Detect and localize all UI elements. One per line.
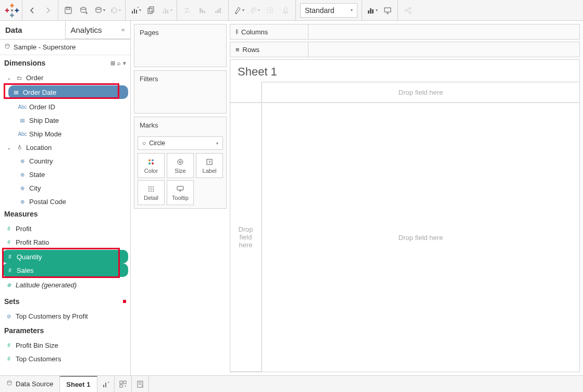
svg-rect-27 [202,9,203,13]
fit-select-label: Standard [305,6,334,15]
folder-order[interactable]: ⌄ 🗀 Order [0,71,130,84]
duplicate-sheet-button[interactable] [143,3,159,18]
rows-icon: ≡ [235,46,240,54]
field-label: Sales [17,267,34,274]
mark-tooltip-label: Tooltip [172,195,189,201]
svg-rect-66 [103,385,104,387]
svg-text:+: + [137,6,139,9]
svg-point-58 [148,188,150,189]
field-profit-bin-param[interactable]: # Profit Bin Size [0,338,130,352]
drop-rows-zone[interactable]: Drop field here [230,103,262,372]
field-ship-date[interactable]: 📅︎ Ship Date [0,113,130,127]
analytics-tab-label: Analytics [71,26,102,34]
field-sales[interactable]: # Sales [2,263,128,277]
number-icon: # [5,356,13,362]
labels-button[interactable]: T [262,3,278,18]
sheet1-tab-label: Sheet 1 [66,381,90,388]
filters-shelf[interactable]: Filters [134,70,227,113]
mark-label[interactable]: T Label [196,153,223,178]
sheet-title[interactable]: Sheet 1 [230,60,579,82]
mark-color[interactable]: Color [138,153,165,178]
mark-color-label: Color [144,168,158,174]
back-button[interactable] [24,3,40,18]
datasource-tab[interactable]: Data Source [0,376,60,392]
drop-columns-zone[interactable]: Drop field here [262,82,579,103]
folder-location[interactable]: ⌄ ♁ Location [0,141,130,154]
mark-detail[interactable]: Detail [138,180,165,205]
new-dashboard-tab[interactable]: + [115,376,132,392]
share-button[interactable] [400,3,416,18]
expand-icon: ⌄ [5,145,13,150]
shelf-cards: Pages Filters Marks ○ Circle ▾ [131,21,230,375]
columns-shelf[interactable]: ⦀ Columns [230,24,580,40]
swap-button[interactable] [179,3,195,18]
number-icon: # [5,226,13,232]
globe-icon: ⊕ [19,199,26,205]
forward-button[interactable] [40,3,56,18]
search-icon[interactable]: ⌕ [117,60,121,67]
show-me-button[interactable]: ▾ [364,3,380,18]
analytics-tab[interactable]: Analytics ≑ [65,21,131,39]
field-city[interactable]: ⊕ City [0,181,130,195]
view-toggle-icon[interactable]: ⊞ [110,60,115,67]
svg-line-45 [407,11,409,12]
mark-size[interactable]: Size [167,153,194,178]
field-state[interactable]: ⊕ State [0,168,130,181]
menu-icon[interactable]: ▾ [123,60,126,67]
svg-point-57 [153,186,154,187]
rows-shelf[interactable]: ≡ Rows [230,42,580,57]
field-label: Order ID [29,103,55,111]
field-profit[interactable]: # Profit [0,222,130,235]
save-button[interactable] [60,3,76,18]
database-icon [4,43,10,51]
datasource-item[interactable]: Sample - Superstore [0,40,130,55]
calendar-icon: 📅︎ [19,118,26,123]
sheet1-tab[interactable]: Sheet 1 [60,376,97,392]
svg-point-51 [178,159,183,165]
tableau-logo-icon[interactable] [4,3,20,18]
field-order-id[interactable]: Abc Order ID [0,100,130,113]
new-worksheet-button[interactable]: +▾ [128,3,143,18]
field-postal-code[interactable]: ⊕ Postal Code [0,195,130,206]
pages-shelf[interactable]: Pages [134,24,227,67]
field-ship-mode[interactable]: Abc Ship Mode [0,127,130,141]
svg-rect-71 [120,385,122,387]
new-story-tab[interactable]: + [132,376,149,392]
sort-desc-button[interactable] [210,3,226,18]
fit-select[interactable]: Standard ▾ [300,3,357,18]
new-worksheet-tab[interactable]: + [97,376,115,392]
highlight-button[interactable]: ▾ [231,3,246,18]
pages-label: Pages [134,24,226,41]
svg-rect-29 [215,11,217,13]
pin-button[interactable] [278,3,293,18]
datasource-label: Sample - Superstore [14,43,76,51]
drop-body-zone[interactable]: Drop field here [262,103,579,372]
refresh-button[interactable]: ▾ [107,3,123,18]
data-tab[interactable]: Data [0,21,65,39]
main-area: Data Analytics ≑ Sample - Superstore Dim… [0,21,583,375]
field-latitude[interactable]: ⊕ Latitude (generated) [0,278,130,292]
svg-point-42 [409,7,411,9]
svg-point-55 [148,186,150,187]
svg-rect-22 [163,11,164,14]
new-datasource-button[interactable] [76,3,92,18]
presentation-button[interactable] [380,3,395,18]
field-profit-ratio[interactable]: # Profit Ratio [0,235,130,249]
field-top-customers-param[interactable]: # Top Customers [0,352,130,365]
sort-asc-button[interactable] [195,3,210,18]
field-label: Location [26,144,52,151]
field-label: Profit Ratio [16,238,49,246]
clear-sheet-button[interactable]: ▾ [159,3,175,18]
field-top-customers-set[interactable]: ⊘ Top Customers by Profit [0,309,130,323]
dimensions-list: ⌄ 🗀 Order 📅︎ Order Date Abc Order ID 📅︎ … [0,71,130,206]
parameters-label: Parameters [4,326,44,335]
field-quantity[interactable]: # Quantity [2,250,128,263]
svg-point-47 [148,159,151,161]
marks-card: Marks ○ Circle ▾ Color Size [134,117,227,209]
field-order-date[interactable]: 📅︎ Order Date [8,85,128,99]
autosave-button[interactable]: ▾ [92,3,107,18]
attach-button[interactable]: ▾ [246,3,262,18]
mark-type-select[interactable]: ○ Circle ▾ [138,136,223,150]
field-country[interactable]: ⊕ Country [0,154,130,168]
mark-tooltip[interactable]: Tooltip [167,180,194,205]
